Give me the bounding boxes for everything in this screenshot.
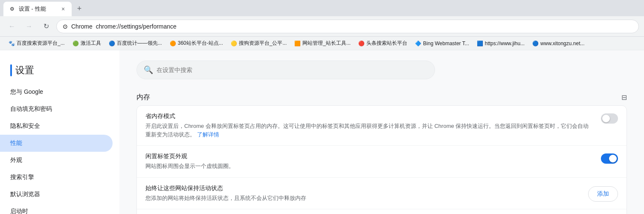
always-active-text: 始终让这些网站保持活动状态 您添加的网站将始终保持活跃状态，且系统不会从它们中释…	[145, 185, 581, 202]
sidebar-item-performance[interactable]: 性能	[0, 135, 113, 152]
search-icon: 🔍	[144, 65, 153, 75]
section-header: 内存 ⊟	[136, 93, 627, 102]
sidebar-item-browser[interactable]: 默认浏览器	[0, 186, 113, 203]
bookmark-label-8: https://www.jihu...	[485, 40, 525, 46]
address-favicon: ⊙	[63, 23, 68, 30]
sidebar-item-google[interactable]: 您与 Google	[0, 84, 113, 101]
settings-card: 省内存模式 开启此设置后，Chrome 会释放闲置标签页占用的内存。这可让使用中…	[136, 105, 627, 214]
bookmark-label-1: 激活工具	[81, 40, 101, 47]
toggle-knob-memory	[602, 115, 610, 122]
tab-title: 设置 - 性能	[19, 5, 56, 13]
inactive-tab-desc: 网站图标周围会显示一个虚线圆圈。	[145, 162, 594, 171]
inactive-tab-label: 闲置标签页外观	[145, 153, 594, 160]
sidebar-title: 设置	[0, 57, 119, 84]
add-site-button[interactable]: 添加	[588, 186, 618, 202]
bookmark-item-5[interactable]: 🟧 网站管理_站长工具...	[291, 38, 354, 49]
bookmark-item-2[interactable]: 🔵 百度统计——领先...	[105, 38, 165, 49]
back-button[interactable]: ←	[5, 20, 19, 33]
bookmark-label-5: 网站管理_站长工具...	[302, 40, 351, 47]
bookmark-item-9[interactable]: 🔵 www.xitongzu.net...	[529, 38, 588, 49]
memory-saver-text: 省内存模式 开启此设置后，Chrome 会释放闲置标签页占用的内存。这可让使用中…	[145, 113, 594, 139]
bookmark-label-0: 百度搜索资源平台_...	[17, 40, 65, 47]
bookmark-item-0[interactable]: 🐾 百度搜索资源平台_...	[5, 38, 68, 49]
toggle-knob-inactive	[609, 155, 617, 162]
page-content: 设置 您与 Google 自动填充和密码 隐私和安全 性能 外观 搜索引擎 默认…	[0, 50, 644, 214]
sidebar-item-search[interactable]: 搜索引擎	[0, 169, 113, 186]
memory-saver-toggle[interactable]	[601, 113, 618, 124]
search-bar[interactable]: 🔍	[136, 61, 435, 79]
address-bar[interactable]: ⊙ Chrome chrome://settings/performance	[56, 20, 639, 33]
bookmark-item-3[interactable]: 🟠 360站长平台-站点...	[166, 38, 226, 49]
active-tab[interactable]: ⚙ 设置 - 性能 ×	[3, 2, 72, 16]
bookmark-label-3: 360站长平台-站点...	[178, 40, 223, 47]
bookmark-icon-0: 🐾	[9, 40, 15, 46]
bookmark-icon-4: 🟡	[231, 40, 237, 46]
memory-saver-row: 省内存模式 开启此设置后，Chrome 会释放闲置标签页占用的内存。这可让使用中…	[137, 106, 627, 146]
bookmark-label-6: 头条搜索站长平台	[366, 40, 407, 47]
bookmark-label-4: 搜狗资源平台_公平...	[239, 40, 287, 47]
tab-close-button[interactable]: ×	[60, 6, 67, 12]
nav-bar: ← → ↻ ⊙ Chrome chrome://settings/perform…	[0, 16, 644, 37]
always-active-desc: 您添加的网站将始终保持活跃状态，且系统不会从它们中释放内存	[145, 194, 581, 202]
bookmark-item-8[interactable]: 🟦 https://www.jihu...	[473, 38, 528, 49]
sidebar-accent	[10, 64, 12, 76]
inactive-tab-text: 闲置标签页外观 网站图标周围会显示一个虚线圆圈。	[145, 153, 594, 171]
section-info-icon[interactable]: ⊟	[621, 93, 627, 101]
bookmark-label-9: www.xitongzu.net...	[540, 40, 584, 46]
always-active-label: 始终让这些网站保持活动状态	[145, 185, 581, 192]
bookmark-icon-7: 🔷	[415, 40, 421, 46]
bookmark-icon-2: 🔵	[109, 40, 115, 46]
tab-bar: ⚙ 设置 - 性能 × +	[0, 0, 644, 16]
bookmark-label-2: 百度统计——领先...	[117, 40, 162, 47]
inactive-tab-toggle[interactable]	[601, 153, 618, 164]
main-content: 🔍 内存 ⊟ 省内存模式 开启此设置后，Chrome 会释放闲置标签页占用的内存…	[119, 50, 644, 214]
forward-button[interactable]: →	[22, 20, 36, 33]
bookmark-item-4[interactable]: 🟡 搜狗资源平台_公平...	[227, 38, 290, 49]
search-input[interactable]	[157, 67, 428, 73]
bookmark-item-1[interactable]: 🟢 激活工具	[69, 38, 104, 49]
address-brand: Chrome	[71, 23, 93, 30]
memory-saver-label: 省内存模式	[145, 113, 594, 120]
sidebar-item-autofill[interactable]: 自动填充和密码	[0, 101, 113, 118]
bookmark-icon-9: 🔵	[532, 40, 539, 46]
bookmark-icon-3: 🟠	[170, 40, 176, 46]
sidebar-item-startup[interactable]: 启动时	[0, 203, 113, 214]
section-title-text: 内存	[136, 93, 150, 102]
learn-more-link[interactable]: 了解详情	[197, 131, 219, 138]
always-active-row: 始终让这些网站保持活动状态 您添加的网站将始终保持活跃状态，且系统不会从它们中释…	[137, 178, 627, 210]
bookmark-icon-6: 🔴	[358, 40, 365, 46]
sidebar: 设置 您与 Google 自动填充和密码 隐私和安全 性能 外观 搜索引擎 默认…	[0, 50, 119, 214]
tab-favicon: ⚙	[9, 6, 15, 12]
address-url: chrome://settings/performance	[96, 23, 177, 30]
bookmark-item-7[interactable]: 🔷 Bing Webmaster T...	[412, 38, 473, 49]
bookmark-icon-1: 🟢	[73, 40, 79, 46]
sidebar-item-appearance[interactable]: 外观	[0, 152, 113, 169]
reload-button[interactable]: ↻	[39, 20, 53, 33]
browser-frame: ⚙ 设置 - 性能 × + ← → ↻ ⊙ Chrome chrome://se…	[0, 0, 644, 214]
new-tab-button[interactable]: +	[73, 3, 85, 14]
memory-saver-desc: 开启此设置后，Chrome 会释放闲置标签页占用的内存。这可让使用中的标签页和其…	[145, 122, 594, 139]
inactive-tab-row: 闲置标签页外观 网站图标周围会显示一个虚线圆圈。	[137, 146, 627, 178]
bookmark-label-7: Bing Webmaster T...	[423, 40, 469, 46]
bookmark-icon-8: 🟦	[477, 40, 483, 46]
empty-sites-note: 未添加任何网站	[137, 209, 627, 214]
bookmark-item-6[interactable]: 🔴 头条搜索站长平台	[355, 38, 411, 49]
bookmarks-bar: 🐾 百度搜索资源平台_... 🟢 激活工具 🔵 百度统计——领先... 🟠 36…	[0, 37, 644, 50]
bookmark-icon-5: 🟧	[294, 40, 301, 46]
sidebar-item-privacy[interactable]: 隐私和安全	[0, 118, 113, 135]
